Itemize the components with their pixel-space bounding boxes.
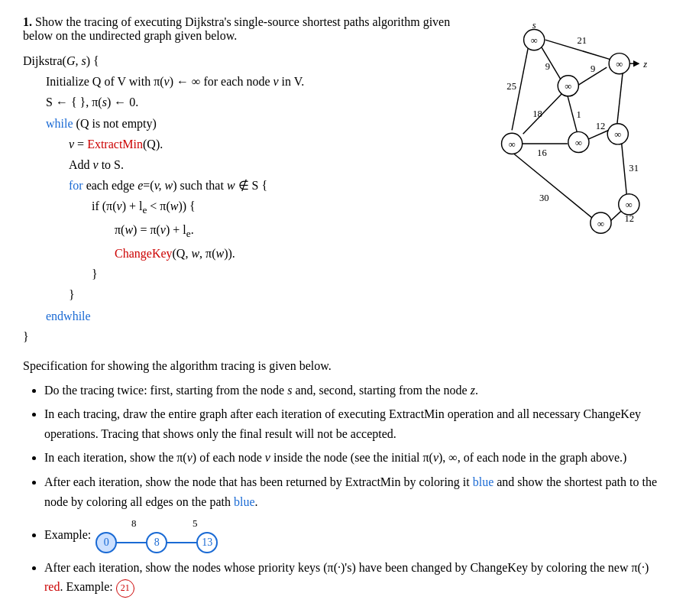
spec-bullet-3: In each iteration, show the π(v) of each… — [44, 448, 663, 468]
spec-bullet-6: After each iteration, show the nodes who… — [44, 558, 663, 598]
algo-while: while (Q is not empty) — [46, 113, 457, 134]
edge-label-30: 30 — [539, 193, 549, 203]
algo-header: Dijkstra(G, s) { — [23, 50, 457, 71]
example-node-13: 13 — [196, 532, 218, 553]
algo-line1: Initialize Q of V with π(v) ← ∞ for each… — [46, 71, 457, 92]
svg-line-8 — [617, 70, 623, 125]
spec-bullet-4: After each iteration, show the node that… — [44, 472, 663, 511]
algo-close-if: } — [92, 264, 457, 284]
example-path-wrapper: 8 0 5 8 13 — [95, 516, 218, 553]
question-intro: 1. Show the tracing of executing Dijkstr… — [23, 15, 457, 43]
example-edge-label-8: 8 — [131, 516, 137, 532]
svg-line-9 — [622, 143, 627, 196]
algo-line2: S ← { }, π(s) ← 0. — [46, 92, 457, 112]
example-node-0-group: 8 0 — [95, 516, 146, 553]
graph-svg: 21 9 9 25 18 1 16 12 — [464, 19, 663, 264]
example-label: Example: — [44, 525, 91, 545]
spec-list: Do the tracing twice: first, starting fr… — [23, 381, 663, 598]
example-node-0: 0 — [95, 532, 117, 553]
spec-bullet-5: Example: 8 0 5 8 13 — [44, 516, 663, 553]
example-circled-21: 21 — [116, 579, 134, 598]
example-edge-1 — [116, 542, 147, 543]
edge-label-31: 31 — [629, 163, 639, 173]
algo-close-for: } — [69, 284, 457, 305]
node-middle-label: ∞ — [565, 81, 571, 92]
example-path-line: Example: 8 0 5 8 13 — [44, 516, 663, 553]
edge-label-16: 16 — [537, 148, 547, 158]
edge-label-21: 21 — [577, 35, 587, 46]
node-bottom-label: ∞ — [597, 219, 604, 229]
node-top-right-label: ∞ — [616, 59, 623, 70]
node-s-label: ∞ — [531, 35, 538, 46]
algo-extractmin: v = ExtractMin(Q). — [69, 134, 457, 154]
example-node-8: 8 — [146, 532, 167, 553]
edge-label-18: 18 — [532, 109, 542, 119]
example-edge-2 — [167, 542, 197, 543]
node-right-bottom-label: ∞ — [626, 199, 633, 210]
edge-label-9a: 9 — [545, 61, 550, 72]
algo-adds: Add v to S. — [69, 154, 457, 175]
node-right-mid-label: ∞ — [614, 129, 621, 140]
node-center-bottom-label: ∞ — [575, 138, 582, 148]
edge-label-25: 25 — [506, 81, 516, 92]
graph-container: 21 9 9 25 18 1 16 12 — [464, 19, 663, 347]
node-z-name: z — [642, 59, 647, 70]
spec-bullet-1: Do the tracing twice: first, starting fr… — [44, 381, 663, 400]
example-node-8-group: 5 8 13 — [146, 516, 218, 553]
svg-line-10 — [514, 154, 592, 217]
svg-line-4 — [523, 93, 562, 134]
question-number: 1. — [23, 15, 32, 28]
edge-label-12a: 12 — [596, 121, 606, 131]
spec-bullet-2: In each tracing, draw the entire graph a… — [44, 404, 663, 443]
spec-block: Specification for showing the algorithm … — [23, 356, 663, 598]
algo-endwhile: endwhile — [46, 306, 457, 326]
algo-if: if (π(v) + le < π(w)) { — [92, 196, 457, 219]
algo-block: Dijkstra(G, s) { Initialize Q of V with … — [23, 50, 457, 347]
algo-for: for each edge e=(v, w) such that w ∉ S { — [69, 175, 457, 196]
question-text-block: 1. Show the tracing of executing Dijkstr… — [23, 15, 457, 347]
algo-update: π(w) = π(v) + le. — [115, 219, 457, 243]
edge-label-9b: 9 — [591, 63, 595, 74]
spec-intro: Specification for showing the algorithm … — [23, 356, 663, 376]
edge-label-1: 1 — [576, 109, 581, 120]
example-edge-label-5: 5 — [193, 516, 198, 532]
algo-close: } — [23, 326, 457, 347]
main-question: 1. Show the tracing of executing Dijkstr… — [23, 15, 663, 347]
algo-changekey: ChangeKey(Q, w, π(w)). — [115, 243, 457, 264]
node-s-name: s — [532, 20, 536, 31]
node-left-label: ∞ — [509, 139, 516, 150]
